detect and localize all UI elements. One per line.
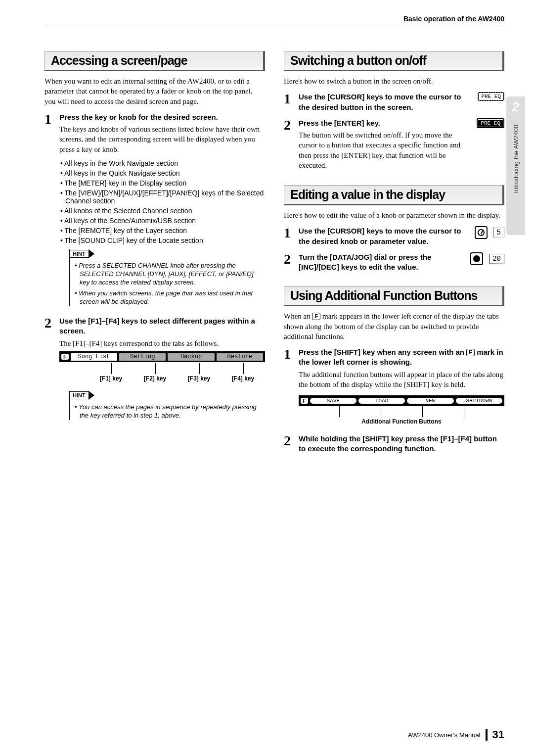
section-heading: Switching a button on/off xyxy=(284,51,504,71)
step-number: 2 xyxy=(44,316,53,426)
knob-value-row: 5 xyxy=(475,226,504,239)
tab-key-label: [F4] key xyxy=(221,375,265,382)
step-title: Press the [ENTER] key. xyxy=(299,118,472,128)
step-title: Press the [SHIFT] key when any screen wi… xyxy=(299,347,504,368)
intro-text: Here's how to switch a button in the scr… xyxy=(284,76,504,86)
tab-song-list: Song List xyxy=(71,353,117,361)
bullet-item: All keys in the Quick Navigate section xyxy=(59,169,265,177)
step-number: 1 xyxy=(44,112,53,312)
hint-box: HINT Press a SELECTED CHANNEL knob after… xyxy=(69,249,265,306)
step-1: 1 Press the [SHIFT] key when any screen … xyxy=(284,347,504,425)
hint-tag: HINT xyxy=(69,250,89,258)
knob-icon xyxy=(475,226,488,239)
left-column: Accessing a screen/page When you want to… xyxy=(44,51,265,460)
side-tab: 2 Introducing the AW2400 xyxy=(506,96,525,235)
manual-title: AW2400 Owner's Manual xyxy=(408,731,481,739)
bullet-item: All keys of the Scene/Automix/USB sectio… xyxy=(59,217,265,225)
tab-key-labels: [F1] key [F2] key [F3] key [F4] key xyxy=(59,375,265,382)
page-header: Basic operation of the AW2400 xyxy=(44,15,504,26)
step-title: While holding the [SHIFT] key press the … xyxy=(299,434,504,454)
bullet-item: The [SOUND CLIP] key of the Locate secti… xyxy=(59,236,265,244)
chapter-number: 2 xyxy=(512,99,519,115)
bullet-item: All keys in the Work Navigate section xyxy=(59,159,265,167)
step-1: 1 Press the key or knob for the desired … xyxy=(44,112,265,312)
step-number: 2 xyxy=(284,118,293,173)
step-number: 1 xyxy=(284,347,293,425)
function-strip: F SAVE LOAD NEW SHUTDOWN xyxy=(299,395,504,406)
f-mark-icon: F xyxy=(312,313,320,320)
step-title: Turn the [DATA/JOG] dial or press the [I… xyxy=(299,252,465,273)
step-number: 1 xyxy=(284,92,293,114)
pre-eq-button-off: PRE EQ xyxy=(478,92,504,101)
step-title: Use the [CURSOR] keys to move the cursor… xyxy=(299,92,473,112)
intro-text: Here's how to edit the value of a knob o… xyxy=(284,210,504,220)
value-box: 5 xyxy=(493,228,504,237)
step-2: 2 Press the [ENTER] key. The button will… xyxy=(284,118,504,173)
step-1: 1 Use the [CURSOR] keys to move the curs… xyxy=(284,92,504,114)
chapter-label: Introducing the AW2400 xyxy=(512,125,520,193)
section-heading: Editing a value in the display xyxy=(284,185,504,205)
f-mark-icon: F xyxy=(61,354,69,360)
tab-backup: Backup xyxy=(168,353,214,361)
knob-icon-selected xyxy=(470,252,483,265)
step-para: The [F1]–[F4] keys correspond to the tab… xyxy=(59,338,265,348)
fn-load: LOAD xyxy=(358,398,405,404)
step-1: 1 Use the [CURSOR] keys to move the curs… xyxy=(284,226,504,248)
step-2: 2 Use the [F1]–[F4] keys to select diffe… xyxy=(44,316,265,426)
tab-setting: Setting xyxy=(119,353,166,361)
bullet-list: All keys in the Work Navigate section Al… xyxy=(59,159,265,244)
step-2: 2 While holding the [SHIFT] key press th… xyxy=(284,434,504,456)
fn-shutdown: SHUTDOWN xyxy=(456,398,502,404)
step-title: Use the [F1]–[F4] keys to select differe… xyxy=(59,316,265,336)
hint-tag: HINT xyxy=(69,391,89,399)
footer-divider xyxy=(486,729,488,741)
step-2: 2 Turn the [DATA/JOG] dial or press the … xyxy=(284,252,504,275)
intro-text: When an F mark appears in the lower left… xyxy=(284,311,504,341)
page-footer: AW2400 Owner's Manual 31 xyxy=(408,728,504,741)
step-title: Use the [CURSOR] keys to move the cursor… xyxy=(299,226,470,246)
hint-item: You can access the pages in sequence by … xyxy=(75,403,265,420)
step-number: 2 xyxy=(284,252,293,275)
knob-value-row: 20 xyxy=(470,252,504,265)
step-title: Press the key or knob for the desired sc… xyxy=(59,112,265,122)
hint-item: When you switch screens, the page that w… xyxy=(75,289,265,306)
section-heading: Accessing a screen/page xyxy=(44,51,265,71)
step-para: The button will be switched on/off. If y… xyxy=(299,130,472,170)
step-para: The additional function buttons will app… xyxy=(299,370,504,390)
tab-key-label: [F3] key xyxy=(177,375,221,382)
intro-text: When you want to edit an internal settin… xyxy=(44,76,265,106)
fn-new: NEW xyxy=(407,398,453,404)
hint-item: Press a SELECTED CHANNEL knob after pres… xyxy=(75,262,265,287)
bullet-item: All knobs of the Selected Channel sectio… xyxy=(59,207,265,215)
section-heading: Using Additional Function Buttons xyxy=(284,286,504,306)
step-number: 1 xyxy=(284,226,293,248)
pre-eq-button-on: PRE EQ xyxy=(477,118,504,128)
right-column: Switching a button on/off Here's how to … xyxy=(284,51,504,460)
value-box: 20 xyxy=(489,254,504,264)
step-para: The keys and knobs of various sections l… xyxy=(59,124,265,154)
tab-strip: F Song List Setting Backup Restore xyxy=(59,351,265,362)
bullet-item: The [REMOTE] key of the Layer section xyxy=(59,227,265,235)
page-number: 31 xyxy=(492,728,504,741)
f-mark-icon: F xyxy=(466,349,475,356)
step-number: 2 xyxy=(284,434,293,456)
hint-box: HINT You can access the pages in sequenc… xyxy=(69,391,265,420)
bullet-item: The [VIEW]/[DYN]/[AUX]/[EFFET]/[PAN/EQ] … xyxy=(59,189,265,205)
tab-key-label: [F2] key xyxy=(133,375,177,382)
tab-key-label: [F1] key xyxy=(89,375,133,382)
fn-save: SAVE xyxy=(310,398,356,404)
f-mark-icon: F xyxy=(301,398,308,404)
bullet-item: The [METER] key in the Display section xyxy=(59,179,265,187)
tab-restore: Restore xyxy=(217,353,263,361)
function-caption: Additional Function Buttons xyxy=(299,418,504,425)
